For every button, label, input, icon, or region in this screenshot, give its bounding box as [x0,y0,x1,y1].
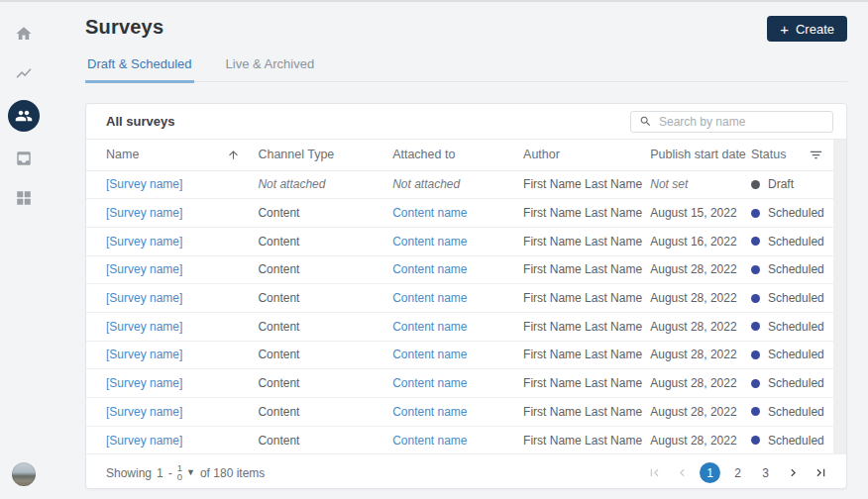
archive-icon[interactable] [14,149,34,168]
create-button[interactable]: + Create [767,16,847,42]
table-row: [Survey name] Content Content name First… [86,199,833,228]
survey-name-link[interactable]: [Survey name] [106,206,182,220]
tab-draft-scheduled[interactable]: Draft & Scheduled [85,56,194,83]
survey-name-link[interactable]: [Survey name] [106,320,182,334]
status-label: Scheduled [768,434,824,448]
analytics-icon[interactable] [14,63,34,83]
status-label: Scheduled [768,262,824,276]
survey-name-link[interactable]: [Survey name] [106,434,182,448]
publish-start-date-value: Not set [650,177,688,191]
attached-to-value[interactable]: Content name [392,235,467,249]
attached-to-value[interactable]: Content name [392,434,467,448]
status-dot [751,350,760,359]
people-icon[interactable] [8,100,40,132]
status-dot [751,322,760,331]
survey-name-link[interactable]: [Survey name] [106,177,182,191]
survey-name-link[interactable]: [Survey name] [106,376,182,390]
sort-ascending-icon[interactable] [227,149,240,161]
status-dot [751,294,760,303]
status-badge: Scheduled [751,405,829,419]
page-button-2[interactable]: 2 [727,462,748,483]
channel-type-value: Content [258,262,299,276]
author-value: First Name Last Name [523,291,642,305]
status-dot [751,237,760,246]
status-dot [751,379,760,388]
status-label: Scheduled [768,291,824,305]
status-label: Scheduled [768,376,824,390]
attached-to-value: Not attached [392,177,460,191]
table-header-row: Name Channel Type Attached to Author Pub… [86,140,833,170]
status-badge: Scheduled [751,434,829,448]
search-icon [639,115,652,128]
page-title: Surveys [85,16,163,39]
channel-type-value: Content [258,376,299,390]
panel-header: All surveys [86,104,846,140]
author-value: First Name Last Name [523,177,642,191]
last-page-button[interactable] [811,462,831,483]
surveys-table: Name Channel Type Attached to Author Pub… [86,140,833,454]
column-header-status: Status [751,140,833,170]
attached-to-value[interactable]: Content name [392,262,467,276]
channel-type-value: Content [258,235,299,249]
survey-name-link[interactable]: [Survey name] [106,262,182,276]
survey-name-link[interactable]: [Survey name] [106,405,182,419]
status-dot [751,436,760,445]
attached-to-value[interactable]: Content name [392,206,467,220]
survey-name-link[interactable]: [Survey name] [106,291,182,305]
home-icon[interactable] [14,24,34,44]
attached-to-value[interactable]: Content name [392,376,467,390]
showing-summary: Showing 1 - 1 0 ▼ of 180 items [106,464,265,481]
page-button-1[interactable]: 1 [700,462,720,483]
panel-footer: Showing 1 - 1 0 ▼ of 180 items [86,454,846,491]
tab-live-archived[interactable]: Live & Archived [224,56,317,83]
table-row: [Survey name] Content Content name First… [86,255,833,284]
status-dot [751,407,760,416]
publish-start-date-value: August 28, 2022 [650,405,736,419]
table-scroll-gutter[interactable] [833,140,846,454]
status-badge: Scheduled [751,376,829,390]
column-header-author: Author [523,140,650,170]
survey-name-link[interactable]: [Survey name] [106,235,182,249]
status-label: Scheduled [768,206,824,220]
table-row: [Survey name] Content Content name First… [86,398,833,427]
attached-to-value[interactable]: Content name [392,405,467,419]
status-badge: Scheduled [751,291,829,305]
author-value: First Name Last Name [523,376,642,390]
page-size-dropdown[interactable]: 1 0 ▼ [177,464,195,481]
attached-to-value[interactable]: Content name [392,348,467,361]
page-button-3[interactable]: 3 [755,462,776,483]
attached-to-value[interactable]: Content name [392,320,467,334]
status-badge: Scheduled [751,348,829,361]
status-badge: Draft [751,177,829,191]
filter-icon[interactable] [809,148,823,162]
table-row: [Survey name] Content Content name First… [86,284,833,313]
author-value: First Name Last Name [523,320,642,334]
first-page-button[interactable] [644,462,665,483]
status-dot [751,209,760,218]
previous-page-button[interactable] [672,462,693,483]
table-row: [Survey name] Not attached Not attached … [86,170,833,199]
table-row: [Survey name] Content Content name First… [86,312,833,341]
table-row: [Survey name] Content Content name First… [86,341,833,369]
status-badge: Scheduled [751,262,829,276]
next-page-button[interactable] [783,462,804,483]
column-header-channel-type: Channel Type [258,140,392,170]
table-row: [Survey name] Content Content name First… [86,426,833,454]
tab-bar: Draft & Scheduled Live & Archived [85,56,847,82]
author-value: First Name Last Name [523,434,642,448]
window-top-edge [0,0,868,2]
attached-to-value[interactable]: Content name [392,291,467,305]
sidebar [0,2,48,499]
user-avatar[interactable] [12,462,36,486]
plus-icon: + [780,22,789,37]
publish-start-date-value: August 28, 2022 [650,434,736,448]
survey-name-link[interactable]: [Survey name] [106,348,182,361]
page-size-value: 1 0 [177,464,182,481]
channel-type-value: Content [258,206,299,220]
grid-icon[interactable] [14,188,34,208]
search-input[interactable] [659,115,824,129]
create-button-label: Create [796,22,834,37]
main-content: Surveys + Create Draft & Scheduled Live … [85,16,847,489]
channel-type-value: Content [258,291,299,305]
author-value: First Name Last Name [523,405,642,419]
